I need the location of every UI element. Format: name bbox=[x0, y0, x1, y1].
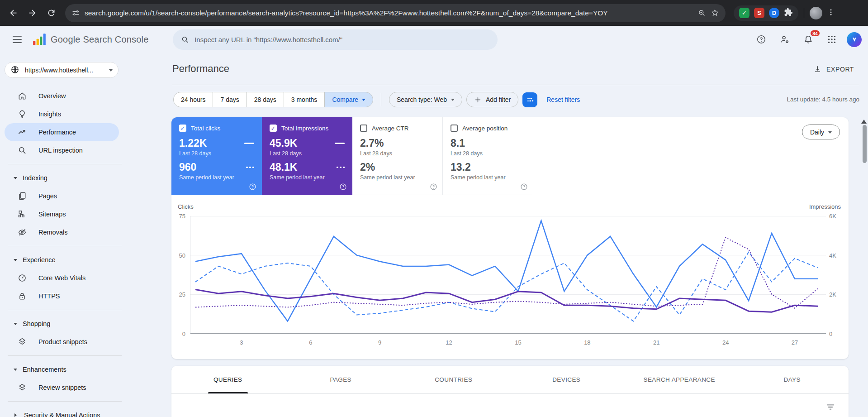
tab-search-appearance[interactable]: SEARCH APPEARANCE bbox=[623, 366, 736, 393]
sidebar-item-url-inspection[interactable]: URL inspection bbox=[0, 141, 133, 159]
extension-icon-1[interactable]: ✓ bbox=[739, 8, 749, 18]
scrollbar-thumb[interactable] bbox=[863, 125, 867, 163]
axis-tick-label: 3 bbox=[240, 339, 243, 346]
filter-settings-button[interactable] bbox=[522, 92, 537, 107]
help-icon[interactable] bbox=[339, 183, 347, 191]
tab-queries[interactable]: QUERIES bbox=[171, 366, 285, 393]
sidebar-item-overview[interactable]: Overview bbox=[0, 87, 133, 105]
sidebar-item-review-snippets[interactable]: Review snippets bbox=[0, 379, 133, 397]
google-apps-button[interactable] bbox=[823, 31, 840, 48]
range-24-hours[interactable]: 24 hours bbox=[173, 92, 213, 107]
axis-tick-label: 12 bbox=[446, 339, 452, 346]
url-bar[interactable]: search.google.com/u/1/search-console/per… bbox=[65, 4, 726, 22]
tab-days[interactable]: DAYS bbox=[736, 366, 849, 393]
browser-profile-avatar[interactable] bbox=[810, 7, 822, 19]
lightbulb-icon bbox=[17, 110, 27, 119]
axis-tick-label: 18 bbox=[584, 339, 590, 346]
help-icon[interactable] bbox=[430, 183, 437, 191]
user-settings-button[interactable] bbox=[776, 31, 793, 48]
filter-separator bbox=[381, 93, 381, 106]
search-type-button[interactable]: Search type: Web bbox=[389, 92, 462, 107]
sidebar-section-shopping[interactable]: Shopping bbox=[0, 315, 133, 333]
extension-icon-2[interactable]: S bbox=[754, 8, 764, 18]
help-icon[interactable] bbox=[520, 183, 528, 191]
inspect-url-searchbox[interactable] bbox=[173, 29, 498, 50]
site-settings-icon[interactable] bbox=[71, 9, 80, 17]
metric-card-total-clicks[interactable]: ✓Total clicks 1.22K Last 28 days 960 Sam… bbox=[171, 117, 262, 195]
metric-value-previous: 13.2 bbox=[451, 161, 471, 173]
metric-checkbox[interactable]: ✓ bbox=[270, 125, 277, 132]
scrollbar-up-arrow[interactable] bbox=[861, 117, 867, 124]
metric-value-current: 2.7% bbox=[360, 137, 384, 149]
axis-tick-label: 0 bbox=[829, 331, 832, 337]
range-7-days[interactable]: 7 days bbox=[213, 92, 247, 107]
tab-pages[interactable]: PAGES bbox=[285, 366, 398, 393]
reset-filters-link[interactable]: Reset filters bbox=[546, 96, 580, 103]
metric-card-average-position[interactable]: Average position 8.1 Last 28 days 13.2 S… bbox=[443, 117, 533, 195]
sidebar-section-experience[interactable]: Experience bbox=[0, 251, 133, 269]
sidebar-section-indexing[interactable]: Indexing bbox=[0, 169, 133, 187]
granularity-dropdown[interactable]: Daily bbox=[802, 125, 840, 139]
sidebar-item-insights[interactable]: Insights bbox=[0, 105, 133, 123]
extension-icon-3[interactable]: D bbox=[769, 8, 779, 18]
metric-sublabel: Last 28 days bbox=[270, 150, 352, 157]
back-button[interactable] bbox=[5, 5, 22, 22]
metric-card-average-ctr[interactable]: Average CTR 2.7% Last 28 days 2% Same pe… bbox=[352, 117, 443, 195]
sidebar-item-label: Sitemaps bbox=[38, 211, 66, 218]
metric-checkbox[interactable] bbox=[360, 125, 367, 132]
tab-countries[interactable]: COUNTRIES bbox=[397, 366, 510, 393]
chrome-divider bbox=[804, 8, 804, 18]
dimensions-table-card: QUERIES PAGES COUNTRIES DEVICES SEARCH A… bbox=[171, 366, 849, 417]
sidebar-item-pages[interactable]: Pages bbox=[0, 187, 133, 205]
zoom-icon[interactable] bbox=[697, 9, 706, 17]
metric-card-total-impressions[interactable]: ✓Total impressions 45.9K Last 28 days 48… bbox=[262, 117, 352, 195]
sidebar-item-removals[interactable]: Removals bbox=[0, 223, 133, 241]
sidebar-item-https[interactable]: HTTPS bbox=[0, 287, 133, 305]
compare-button[interactable]: Compare bbox=[324, 92, 373, 107]
help-icon[interactable] bbox=[249, 183, 256, 191]
bookmark-star-icon[interactable] bbox=[711, 9, 719, 17]
sidebar-item-sitemaps[interactable]: Sitemaps bbox=[0, 205, 133, 223]
section-label: Enhancements bbox=[23, 366, 66, 373]
axis-tick-label: 9 bbox=[378, 339, 381, 346]
property-globe-icon bbox=[10, 65, 20, 75]
add-filter-label: Add filter bbox=[486, 96, 511, 103]
search-icon bbox=[181, 35, 189, 44]
axis-tick-label: 6K bbox=[829, 213, 836, 220]
hamburger-menu-icon[interactable] bbox=[8, 30, 26, 48]
metric-checkbox[interactable] bbox=[451, 125, 458, 132]
property-selector[interactable]: https://www.hottesthell... bbox=[5, 62, 119, 78]
sidebar-item-label: Product snippets bbox=[38, 338, 87, 345]
app-header: Google Search Console 84 bbox=[0, 26, 868, 53]
browser-menu-icon[interactable] bbox=[827, 8, 835, 18]
help-button[interactable] bbox=[753, 31, 770, 48]
inspect-url-input[interactable] bbox=[194, 36, 489, 43]
sidebar-section-security[interactable]: Security & Manual Actions bbox=[0, 406, 133, 417]
sidebar-item-core-web-vitals[interactable]: Core Web Vitals bbox=[0, 269, 133, 287]
left-axis-ticks: 0255075 bbox=[171, 216, 186, 334]
add-filter-button[interactable]: Add filter bbox=[466, 92, 518, 107]
extensions-puzzle-icon[interactable] bbox=[784, 8, 793, 19]
metric-checkbox[interactable]: ✓ bbox=[179, 125, 186, 132]
reload-icon bbox=[47, 8, 56, 18]
range-28-days[interactable]: 28 days bbox=[247, 92, 284, 107]
sidebar-item-product-snippets[interactable]: Product snippets bbox=[0, 333, 133, 351]
reload-button[interactable] bbox=[43, 5, 60, 22]
sidebar-divider bbox=[8, 310, 122, 310]
performance-chart[interactable] bbox=[190, 216, 826, 334]
tab-devices[interactable]: DEVICES bbox=[510, 366, 623, 393]
range-3-months[interactable]: 3 months bbox=[284, 92, 325, 107]
section-label: Experience bbox=[23, 256, 56, 264]
forward-button[interactable] bbox=[24, 5, 41, 22]
sidebar-section-enhancements[interactable]: Enhancements bbox=[0, 360, 133, 379]
account-avatar[interactable] bbox=[847, 32, 862, 47]
sidebar-item-performance[interactable]: Performance bbox=[5, 123, 119, 141]
export-button[interactable]: EXPORT bbox=[813, 65, 854, 73]
table-filter-icon[interactable] bbox=[825, 402, 835, 414]
date-range-segmented: 24 hours 7 days 28 days 3 months Compare bbox=[173, 92, 373, 107]
product-name: Google Search Console bbox=[51, 34, 149, 45]
layers-icon bbox=[17, 337, 27, 347]
chevron-down-icon bbox=[14, 323, 17, 327]
notifications-button[interactable]: 84 bbox=[800, 31, 817, 48]
metric-label: Average CTR bbox=[372, 125, 409, 132]
